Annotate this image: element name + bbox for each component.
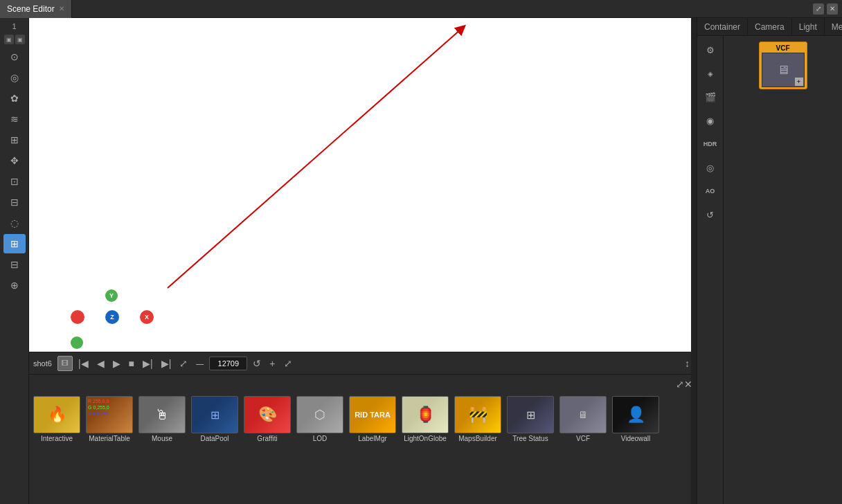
z-axis-sphere: [71, 310, 84, 324]
asset-lod[interactable]: ⬡ LOD: [295, 396, 345, 442]
asset-label-videowall: Videowall: [612, 435, 659, 442]
tab-container[interactable]: Container: [697, 18, 748, 36]
scene-editor-label: Scene Editor: [7, 4, 55, 14]
play-btn[interactable]: ▶: [110, 357, 123, 370]
asset-thumb-datapool: ⊞: [191, 396, 238, 433]
asset-label-mouse: Mouse: [138, 435, 186, 442]
refresh-btn[interactable]: ↺: [699, 204, 722, 226]
asset-label-lightonglobe: LightOnGlobe: [402, 435, 449, 442]
select-btn[interactable]: ⊞: [3, 130, 26, 150]
vcf-card-thumb: 🖥 +: [762, 53, 805, 87]
film-record-btn[interactable]: 🎞: [57, 356, 73, 371]
asset-label-interactive: Interactive: [33, 435, 80, 442]
shot-label: shot6: [33, 359, 52, 368]
x-label-sphere: X: [140, 310, 154, 324]
right-icon-bar: ⚙ ◈ 🎬 ◉ HDR ◎ AO ↺: [697, 36, 724, 504]
scroll-track-right: [691, 393, 697, 504]
frame-number-input[interactable]: 12709: [209, 357, 247, 370]
light2-btn[interactable]: ◎: [699, 156, 722, 179]
settings-btn[interactable]: ⚙: [699, 39, 722, 61]
stop-btn[interactable]: ■: [126, 357, 137, 370]
asset-label-datapool: DataPool: [191, 435, 238, 442]
asset-mapsbuilder[interactable]: 🚧 MapsBuilder: [453, 396, 503, 442]
asset-treestatus[interactable]: ⊞ Tree Status: [505, 396, 555, 442]
asset-label-labelmgr: LabelMgr: [349, 435, 396, 442]
next-end-btn[interactable]: ▶|: [159, 357, 174, 370]
right-content-area: ⚙ ◈ 🎬 ◉ HDR ◎ AO ↺ VCF: [697, 36, 842, 504]
bar-btn[interactable]: ⊟: [3, 255, 26, 274]
asset-datapool[interactable]: ⊞ DataPool: [190, 396, 240, 442]
asset-graffiti[interactable]: 🎨 Graffiti: [242, 396, 292, 442]
prev-btn[interactable]: ◀: [94, 357, 107, 370]
render-mode-btn[interactable]: ◈: [699, 62, 722, 84]
asset-thumb-labelmgr: RID TARA: [349, 396, 396, 433]
asset-label-lod: LOD: [296, 435, 343, 442]
vcf-add-btn[interactable]: +: [795, 78, 803, 86]
asset-label-graffiti: Graffiti: [244, 435, 291, 442]
asset-materialtable[interactable]: R 255,0,0 G 0,255,0 B 0,0,255 MaterialTa…: [84, 396, 134, 442]
asset-label-material: MaterialTable: [86, 435, 133, 442]
asset-mouse[interactable]: 🖱 Mouse: [137, 396, 187, 442]
camera-target-btn[interactable]: ⊙: [3, 47, 26, 66]
asset-lightonglobe[interactable]: 🏮 LightOnGlobe: [400, 396, 450, 442]
asset-grid: 🔥 Interactive R 255,0,0 G 0,255,0 B 0,0,…: [32, 396, 694, 442]
mini-btn-right[interactable]: ▣: [15, 35, 25, 44]
asset-label-treestatus: Tree Status: [507, 435, 554, 442]
mini-btn-left[interactable]: ▣: [4, 35, 14, 44]
orbit-btn[interactable]: ◎: [3, 68, 26, 87]
expand-timeline-btn[interactable]: ⤢: [281, 357, 295, 370]
film-mode-btn[interactable]: 🎬: [699, 86, 722, 108]
next-frame-btn[interactable]: ▶|: [140, 357, 156, 370]
vcf-card[interactable]: VCF 🖥 +: [759, 42, 807, 89]
fit-btn[interactable]: ⤢: [177, 357, 190, 370]
left-toolbar: 1 ▣ ▣ ⊙ ◎ ✿ ≋ ⊞ ✥ ⊡ ⊟ ◌ ⊞ ⊟ ⊕: [0, 18, 29, 504]
tab-light[interactable]: Light: [792, 18, 825, 36]
prev-end-btn[interactable]: |◀: [75, 357, 91, 370]
viewport-container: Y Z X: [29, 18, 697, 352]
asset-thumb-lod: ⬡: [296, 396, 343, 433]
tab-scene-editor[interactable]: Scene Editor ✕: [0, 0, 72, 18]
asset-thumb-graffiti: 🎨: [244, 396, 291, 433]
minus-label: —: [193, 359, 206, 368]
material-rgb: R 255,0,0 G 0,255,0 B 0,0,255: [88, 398, 109, 417]
light-btn[interactable]: ✿: [3, 89, 26, 108]
move-btn[interactable]: ✥: [3, 151, 26, 170]
asset-videowall[interactable]: 👤 Videowall: [611, 396, 661, 442]
loop-btn[interactable]: ↺: [250, 357, 264, 370]
asset-thumb-treestatus: ⊞: [507, 396, 554, 433]
scene-editor-close[interactable]: ✕: [59, 5, 64, 12]
ao-btn[interactable]: AO: [699, 180, 722, 202]
render2-btn[interactable]: ◌: [3, 213, 26, 233]
y-axis-indicator: Y: [105, 289, 118, 302]
grid2-btn[interactable]: ⊞: [3, 234, 26, 253]
object-mode-btn[interactable]: ◉: [699, 109, 722, 132]
viewport-canvas[interactable]: Y Z X: [29, 18, 697, 352]
z-label-sphere: Z: [105, 310, 119, 324]
asset-thumb-interactive: 🔥: [33, 396, 80, 433]
asset-label-vcf: VCF: [559, 435, 607, 442]
asset-panel: 🔥 Interactive R 255,0,0 G 0,255,0 B 0,0,…: [29, 393, 697, 504]
hdr-btn[interactable]: HDR: [699, 133, 722, 155]
asset-labelmgr[interactable]: RID TARA LabelMgr: [348, 396, 397, 442]
asset-vcf[interactable]: 🖥 VCF: [558, 396, 608, 442]
arrow-svg: [29, 18, 697, 352]
scene-editor-tabbar: Scene Editor ✕ ⤢ ✕: [0, 0, 842, 18]
tab-media[interactable]: Media: [825, 18, 842, 36]
center-area: Y Z X: [29, 18, 697, 504]
add-key-btn[interactable]: +: [267, 357, 278, 370]
vcf-card-label: VCF: [776, 44, 790, 53]
rotate-btn[interactable]: ⊡: [3, 172, 26, 191]
expand-bottom-btn[interactable]: ⤢: [676, 379, 684, 390]
svg-line-1: [168, 28, 462, 288]
asset-interactive[interactable]: 🔥 Interactive: [32, 396, 82, 442]
plus-btn[interactable]: ⊕: [3, 276, 26, 295]
green-dot-indicator: [71, 336, 83, 349]
close-main-btn[interactable]: ✕: [827, 3, 838, 15]
scale-btn[interactable]: ⊟: [3, 192, 26, 212]
grid-btn[interactable]: ≋: [3, 109, 26, 129]
asset-thumb-videowall: 👤: [612, 396, 659, 433]
asset-thumb-mouse: 🖱: [138, 396, 186, 433]
tab-camera[interactable]: Camera: [748, 18, 792, 36]
expand-btn[interactable]: ⤢: [813, 3, 824, 15]
bottom-panel-topbar: ⤢ ✕: [29, 374, 697, 393]
